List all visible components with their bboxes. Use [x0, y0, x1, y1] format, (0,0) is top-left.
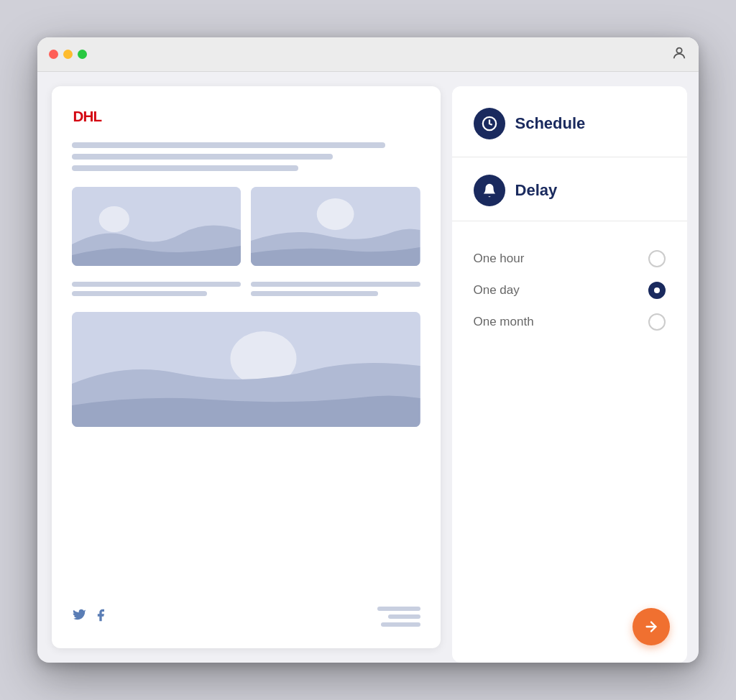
text-line-col2-2	[251, 291, 377, 296]
radio-one-hour[interactable]	[648, 250, 666, 267]
option-one-month-label: One month	[474, 315, 534, 329]
footer-lines	[377, 607, 420, 627]
options-section: One hour One day One month	[452, 221, 687, 663]
radio-one-month[interactable]	[648, 313, 666, 331]
email-footer	[72, 607, 420, 627]
footer-line-2	[388, 614, 420, 619]
delay-title: Delay	[515, 181, 558, 200]
close-button[interactable]	[49, 50, 58, 59]
schedule-section: Schedule	[452, 86, 687, 157]
delay-icon-circle	[474, 175, 505, 206]
text-line-3	[72, 165, 298, 171]
option-one-day[interactable]: One day	[474, 275, 666, 306]
svg-point-3	[99, 206, 129, 232]
schedule-title: Schedule	[515, 114, 586, 133]
traffic-lights	[49, 50, 87, 59]
social-icons	[72, 608, 108, 626]
svg-point-0	[676, 47, 681, 52]
option-one-hour[interactable]: One hour	[474, 243, 666, 275]
browser-chrome	[37, 37, 699, 72]
text-line-2	[72, 154, 333, 160]
large-image-placeholder	[72, 312, 420, 427]
image-placeholder-2	[251, 187, 420, 266]
footer-line-1	[377, 607, 420, 611]
delay-section: Delay	[452, 157, 687, 221]
text-line-col2-1	[251, 282, 420, 287]
text-col-2	[251, 282, 420, 296]
twitter-icon	[72, 608, 86, 626]
next-button[interactable]	[632, 608, 670, 645]
right-panel: Schedule Delay One hour	[441, 72, 699, 663]
browser-body: DHL	[37, 72, 699, 663]
image-placeholder-1	[72, 187, 241, 266]
delay-header: Delay	[474, 175, 666, 206]
email-preview-panel: DHL	[52, 86, 441, 648]
text-line-col1-1	[72, 282, 241, 287]
browser-window: DHL	[37, 37, 699, 663]
schedule-header: Schedule	[474, 108, 666, 139]
email-text-lines	[72, 142, 420, 171]
schedule-icon-circle	[474, 108, 505, 139]
dhl-logo: DHL	[72, 108, 420, 128]
maximize-button[interactable]	[78, 50, 87, 59]
option-one-hour-label: One hour	[474, 252, 525, 266]
image-grid	[72, 187, 420, 266]
text-line-col1-2	[72, 291, 207, 296]
option-one-month[interactable]: One month	[474, 306, 666, 338]
option-one-day-label: One day	[474, 283, 520, 298]
user-icon[interactable]	[671, 45, 687, 64]
facebook-icon	[93, 608, 108, 626]
radio-one-day[interactable]	[648, 282, 666, 299]
minimize-button[interactable]	[63, 50, 73, 59]
email-text-2col	[72, 282, 420, 296]
text-line-1	[72, 142, 385, 148]
svg-text:DHL: DHL	[73, 108, 101, 124]
text-col-1	[72, 282, 241, 296]
footer-line-3	[381, 622, 420, 627]
svg-point-5	[317, 198, 354, 230]
